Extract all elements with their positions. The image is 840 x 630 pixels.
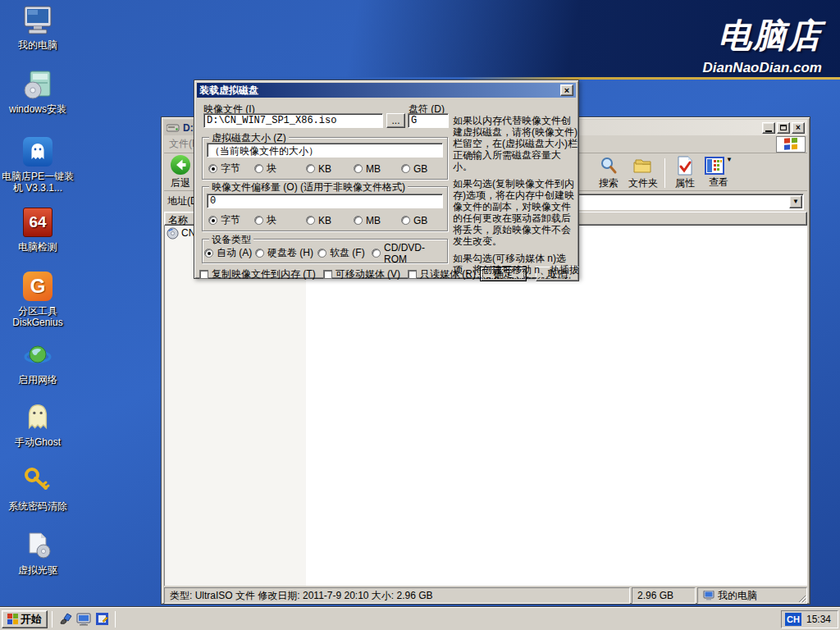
view-dropdown-caret[interactable]: ▼ <box>726 157 733 163</box>
offset-legend: 映像文件偏移量 (O) (适用于非映像文件格式) <box>209 180 408 194</box>
disk-size-unit-bytes[interactable]: 字节 <box>208 163 240 174</box>
resize-grip[interactable] <box>797 593 806 603</box>
offset-unit-bytes[interactable]: 字节 <box>208 215 240 226</box>
browse-button[interactable]: ... <box>386 113 405 128</box>
system-tray: CH 15:34 <box>781 610 838 628</box>
offset-unit-mb[interactable]: MB <box>354 215 381 226</box>
drive-icon <box>167 123 180 133</box>
checkbox-icon[interactable] <box>199 270 208 279</box>
desktop-icon-label: 启用网络 <box>0 374 75 386</box>
desktop-icon-dnd-pe-installer[interactable]: 电脑店PE一键装机 V3.3.1... <box>0 135 75 194</box>
checkbox-icon[interactable] <box>408 270 417 279</box>
radio-icon[interactable] <box>254 164 263 173</box>
device-auto[interactable]: 自动 (A) <box>204 248 252 258</box>
device-type-legend: 设备类型 <box>209 233 253 247</box>
mount-virtual-disk-dialog: 装载虚拟磁盘 × 映像文件 (I) D:\CN_WIN7_SP1_X86.iso… <box>194 80 579 279</box>
copy-to-memory-checkbox[interactable]: 复制映像文件到内存 (T) <box>199 267 316 281</box>
offset-group: 映像文件偏移量 (O) (适用于非映像文件格式) 0 字节 块 KB MB GB <box>202 186 448 231</box>
offset-unit-kb[interactable]: KB <box>306 215 331 226</box>
radio-icon[interactable] <box>255 249 264 258</box>
desktop-icon-manual-ghost[interactable]: 手动Ghost <box>0 400 75 448</box>
minimize-button[interactable] <box>762 122 775 134</box>
view-grid-icon <box>705 157 724 175</box>
desktop-icon-label: 虚拟光驱 <box>0 564 75 576</box>
status-size: 2.96 GB <box>632 587 696 604</box>
maximize-button[interactable] <box>777 122 790 134</box>
properties-button[interactable]: 属性 <box>669 155 701 191</box>
key-icon <box>21 464 55 499</box>
virtual-cd-icon <box>21 528 55 563</box>
radio-icon[interactable] <box>208 164 217 173</box>
radio-icon[interactable] <box>317 249 326 258</box>
close-button[interactable]: × <box>792 122 805 134</box>
start-logo-icon <box>7 614 18 624</box>
quicklaunch-display-icon[interactable] <box>75 611 92 628</box>
device-cdrom[interactable]: CD/DVD-ROM <box>372 248 447 258</box>
desktop-icon-password-clear[interactable]: 系统密码清除 <box>0 464 75 512</box>
brand-title: 电脑店 <box>703 13 822 58</box>
disk-size-unit-kb[interactable]: KB <box>306 163 331 174</box>
folders-button[interactable]: 文件夹 <box>625 155 661 191</box>
radio-icon[interactable] <box>208 216 217 225</box>
view-button[interactable]: ▼ 查看 <box>701 156 736 190</box>
disk-size-group: 虚拟磁盘大小 (Z) （当前映像文件的大小） 字节 块 KB MB GB <box>202 137 448 180</box>
disk-size-input[interactable]: （当前映像文件的大小） <box>207 143 443 158</box>
diskgenius-icon: G <box>21 269 55 304</box>
radio-icon[interactable] <box>204 249 213 258</box>
start-button[interactable]: 开始 <box>2 610 48 628</box>
back-arrow-icon <box>170 154 191 176</box>
input-language-indicator[interactable]: CH <box>785 613 801 626</box>
desktop-icon-windows-install[interactable]: windows安装 <box>0 67 75 115</box>
desktop-icon-my-computer[interactable]: 我的电脑 <box>0 3 75 51</box>
dialog-close-icon[interactable]: × <box>560 84 573 96</box>
taskbar-clock[interactable]: 15:34 <box>806 614 831 625</box>
desktop-icon-label: windows安装 <box>0 103 75 115</box>
offset-unit-gb[interactable]: GB <box>401 215 427 226</box>
radio-icon[interactable] <box>306 216 315 225</box>
toolbar-separator <box>664 158 665 188</box>
disk-size-unit-gb[interactable]: GB <box>401 163 427 174</box>
dialog-title: 装载虚拟磁盘 <box>199 84 560 98</box>
checkbox-icon[interactable] <box>323 270 332 279</box>
desktop-icon-label: 电脑店PE一键装机 V3.3.1... <box>0 171 75 194</box>
quicklaunch-brush-icon[interactable] <box>57 611 74 628</box>
offset-unit-blocks[interactable]: 块 <box>254 215 276 226</box>
quicklaunch-show-desktop-icon[interactable] <box>94 611 110 628</box>
address-dropdown-button[interactable]: ▼ <box>789 195 802 208</box>
drive-letter-input[interactable]: G <box>408 113 449 128</box>
desktop-icon-diskgenius[interactable]: G 分区工具 DiskGenius <box>0 269 75 328</box>
offset-input[interactable]: 0 <box>207 194 443 208</box>
dialog-titlebar[interactable]: 装载虚拟磁盘 × <box>197 83 576 98</box>
ghost-icon <box>21 400 55 435</box>
radio-icon[interactable] <box>254 216 263 225</box>
device-floppy[interactable]: 软盘 (F) <box>317 248 365 258</box>
search-button[interactable]: 搜索 <box>592 155 625 191</box>
pe-ghost-icon <box>21 135 55 169</box>
folder-icon <box>632 156 654 176</box>
device-hdd[interactable]: 硬盘卷 (H) <box>255 248 313 258</box>
radio-icon[interactable] <box>354 216 363 225</box>
explorer-statusbar: 类型: UltraISO 文件 修改日期: 2011-7-9 20:10 大小:… <box>164 586 807 604</box>
brand-logo: 电脑店 DianNaoDian.com <box>703 13 822 76</box>
disk-size-unit-mb[interactable]: MB <box>354 163 381 174</box>
desktop-icon-pc-check[interactable]: 64 电脑检测 <box>0 205 75 253</box>
device-type-group: 设备类型 自动 (A) 硬盘卷 (H) 软盘 (F) CD/DVD-ROM <box>202 239 448 263</box>
installer-box-icon <box>21 67 55 102</box>
desktop: 电脑店 DianNaoDian.com 我的电脑 windows安装 电脑店PE… <box>0 0 840 630</box>
status-zone: 我的电脑 <box>697 587 807 604</box>
desktop-icon-virtual-cdrom[interactable]: 虚拟光驱 <box>0 528 75 576</box>
radio-icon[interactable] <box>401 216 410 225</box>
disk-size-unit-blocks[interactable]: 块 <box>254 163 276 174</box>
image-file-input[interactable]: D:\CN_WIN7_SP1_X86.iso <box>203 113 383 128</box>
removable-media-checkbox[interactable]: 可移动媒体 (V) <box>323 267 400 281</box>
status-details: 类型: UltraISO 文件 修改日期: 2011-7-9 20:10 大小:… <box>164 587 630 604</box>
iso-cd-icon <box>167 227 179 240</box>
radio-icon[interactable] <box>306 164 315 173</box>
desktop-icon-enable-network[interactable]: 启用网络 <box>0 338 75 386</box>
back-button[interactable]: 后退 <box>164 153 197 191</box>
radio-icon[interactable] <box>372 249 381 258</box>
radio-icon[interactable] <box>401 164 410 173</box>
taskbar-separator <box>115 611 116 628</box>
my-computer-icon <box>21 3 55 38</box>
radio-icon[interactable] <box>354 164 363 173</box>
